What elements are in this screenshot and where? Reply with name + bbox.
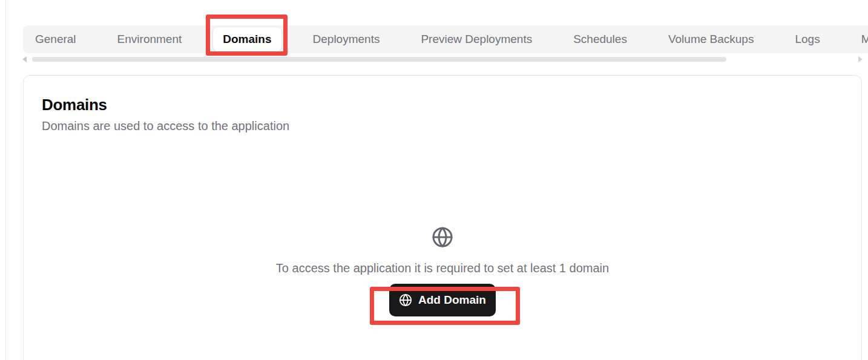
tab-logs[interactable]: Logs xyxy=(785,27,829,51)
tab-domains[interactable]: Domains xyxy=(213,27,281,51)
domains-panel: Domains Domains are used to access to th… xyxy=(23,75,862,360)
tab-preview-deployments[interactable]: Preview Deployments xyxy=(411,27,542,51)
settings-tabs: General Environment Domains Deployments … xyxy=(23,25,868,53)
empty-state-message: To access the application it is required… xyxy=(276,260,609,276)
tab-label: Logs xyxy=(795,33,820,46)
app-settings-screen: General Environment Domains Deployments … xyxy=(0,0,868,360)
tab-schedules[interactable]: Schedules xyxy=(564,27,637,51)
tab-label: Volume Backups xyxy=(668,33,754,46)
tab-environment[interactable]: Environment xyxy=(108,27,192,51)
tab-deployments[interactable]: Deployments xyxy=(303,27,390,51)
scroll-right-arrow-icon[interactable] xyxy=(858,56,863,62)
globe-icon xyxy=(399,293,412,307)
tab-label: Domains xyxy=(223,33,271,46)
tabs-scrollbar-thumb[interactable] xyxy=(32,57,726,62)
add-domain-button-label: Add Domain xyxy=(418,293,486,307)
left-divider xyxy=(5,0,6,360)
tab-label: General xyxy=(35,33,76,46)
tab-label: M xyxy=(861,33,868,46)
globe-icon xyxy=(432,226,453,248)
add-domain-button[interactable]: Add Domain xyxy=(389,284,496,316)
empty-state: To access the application it is required… xyxy=(24,226,861,316)
tab-volume-backups[interactable]: Volume Backups xyxy=(659,27,764,51)
tab-label: Schedules xyxy=(573,33,627,46)
tab-label: Environment xyxy=(117,33,182,46)
scroll-left-arrow-icon[interactable] xyxy=(22,56,27,62)
tab-general[interactable]: General xyxy=(25,27,86,51)
panel-description: Domains are used to access to the applic… xyxy=(42,119,861,133)
panel-title: Domains xyxy=(42,96,861,113)
tab-label: Deployments xyxy=(313,33,380,46)
tab-label: Preview Deployments xyxy=(421,33,532,46)
tab-m-clipped[interactable]: M xyxy=(852,27,868,51)
